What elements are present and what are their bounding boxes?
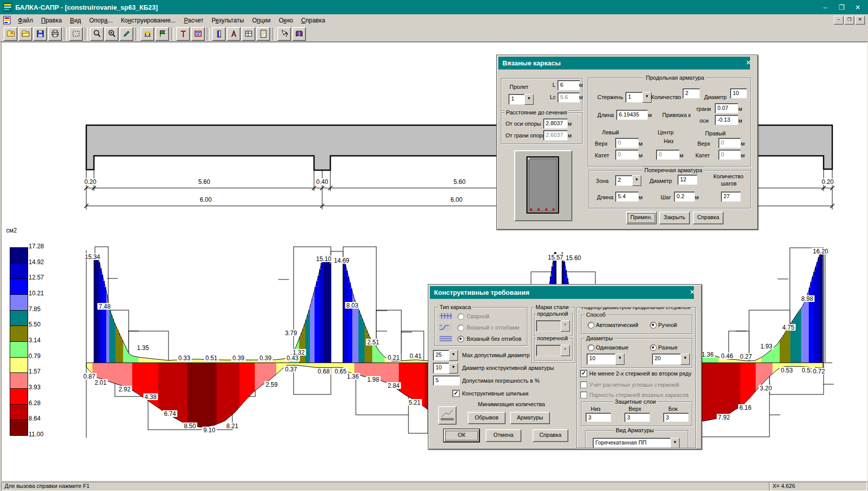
rebar-kind-dropdown-icon[interactable]: ▼ (670, 438, 680, 448)
L-field[interactable]: 6 (558, 80, 580, 90)
toolbar-section-view-button[interactable] (212, 27, 226, 41)
toolbar-help-pointer-button[interactable]: ? (277, 27, 291, 41)
max-diam-dropdown-icon[interactable]: ▼ (449, 350, 458, 361)
close-button[interactable]: ✕ (850, 1, 866, 13)
legend-boundary-label: 7.85 (29, 306, 40, 313)
straight-radio[interactable] (457, 336, 464, 342)
bottom-reinforcement-area (246, 363, 247, 400)
step-field[interactable]: 0.2 (674, 192, 695, 202)
menu-Конструирование[interactable]: Конструирование... (117, 15, 180, 26)
pins-checkbox[interactable]: ✓ (452, 390, 460, 397)
rebar-button[interactable]: Арматуры (510, 412, 550, 424)
bottom-reinforcement-area (218, 363, 220, 424)
toolbar-rebar-anchor-button[interactable] (176, 27, 190, 41)
toolbar-results-flag-button[interactable] (155, 27, 169, 41)
toolbar-open-report-button[interactable] (4, 27, 17, 41)
toolbar-section-a-button[interactable] (227, 27, 240, 41)
top-reinforcement-area (803, 305, 804, 363)
diam-min-select[interactable]: 10 (587, 354, 618, 365)
bottom-reinforcement-area (181, 363, 183, 422)
manual-radio[interactable] (650, 322, 657, 329)
cover-bottom-field[interactable]: 3 (586, 413, 611, 422)
center-field: 0 (656, 150, 680, 160)
maximize-button[interactable]: ❐ (833, 1, 850, 13)
toolbar-save-button[interactable] (33, 27, 47, 41)
sketch-icon-button[interactable] (438, 406, 456, 425)
steel-long-dropdown-icon: ▼ (561, 320, 570, 332)
top-reinforcement-area (252, 360, 253, 363)
close-dialog1-button[interactable]: Закрыть (659, 212, 690, 224)
toolbar-edit-pencil-button[interactable] (119, 27, 133, 41)
menu-Опции[interactable]: Опции (248, 15, 275, 26)
toolbar-notes-button[interactable] (256, 27, 270, 41)
toolbar-help-book-button[interactable] (292, 27, 306, 41)
reinforcement-value-label: 0.39 (259, 355, 272, 362)
menu-Файл[interactable]: Файл (14, 15, 37, 26)
top-reinforcement-area (134, 356, 135, 363)
menu-Вид[interactable]: Вид (66, 15, 85, 26)
rebar-kind-select[interactable]: Горячекатанная ПП (593, 438, 673, 448)
same-radio[interactable] (588, 344, 594, 351)
bottom-reinforcement-area (290, 363, 292, 365)
mdi-minimize-button[interactable]: – (834, 16, 843, 25)
toolbar-select-region-button[interactable] (69, 27, 83, 41)
mdi-restore-button[interactable]: ❐ (845, 16, 854, 25)
top-reinforcement-area (224, 360, 226, 363)
diam-max-select[interactable]: 20 (652, 354, 684, 365)
breaks-button[interactable]: Обрывов (468, 412, 505, 424)
tdiam-field[interactable]: 12 (678, 175, 697, 185)
help-dialog2-button[interactable]: Справка (533, 429, 568, 442)
edge-field[interactable]: 0.07 (715, 103, 738, 113)
dialog2-close-icon[interactable]: ✕ (687, 288, 697, 297)
corner-bars-checkbox (580, 381, 587, 388)
top-reinforcement-area (420, 360, 421, 363)
diam-min-dropdown-icon[interactable]: ▼ (615, 354, 624, 365)
ok-button[interactable]: ОК (444, 429, 479, 442)
diam-max-dropdown-icon[interactable]: ▼ (681, 354, 690, 365)
menu-Справка[interactable]: Справка (297, 15, 329, 26)
menu-Правка[interactable]: Правка (37, 15, 66, 26)
toolbar-print-button[interactable] (48, 27, 62, 41)
tolerance-field[interactable]: 5 (433, 376, 460, 386)
qty-field[interactable]: 2 (683, 88, 700, 99)
bottom-reinforcement-area (719, 363, 720, 418)
dimension-label: 0.20 (822, 178, 834, 185)
axis-distance-field[interactable]: 2.8037 (543, 119, 568, 129)
cover-label: Защитные слои (613, 398, 657, 406)
top-reinforcement-area (140, 358, 141, 363)
zone-dropdown-icon[interactable]: ▼ (632, 175, 641, 186)
mdi-close-button[interactable]: ✕ (855, 16, 865, 25)
toolbar-open-folder-button[interactable] (18, 27, 32, 41)
menu-Расчет[interactable]: Расчет (180, 15, 207, 26)
cancel-button[interactable]: Отмена (486, 429, 521, 442)
apply-button[interactable]: Примен. (626, 212, 657, 224)
cover-top-field[interactable]: 3 (624, 413, 650, 422)
reinforcement-value-label: 0.39 (232, 355, 245, 362)
bottom-reinforcement-area (704, 363, 705, 421)
minimize-button[interactable]: – (817, 1, 833, 13)
menu-Результаты[interactable]: Результаты (207, 15, 248, 26)
toolbar-frame-table-button[interactable] (242, 27, 255, 41)
menu-Опора[interactable]: Опора... (85, 15, 117, 26)
menu-Окно[interactable]: Окно (275, 15, 297, 26)
cover-side-field[interactable]: 3 (663, 413, 689, 422)
toolbar-beam-supports-button[interactable] (140, 27, 154, 41)
bottom-reinforcement-area (161, 363, 163, 410)
second-row-checkbox[interactable]: ✓ (580, 370, 587, 377)
steps-count-field[interactable]: 27 (721, 192, 741, 202)
constr-diam-dropdown-icon[interactable]: ▼ (449, 363, 458, 373)
different-radio[interactable] (650, 344, 657, 351)
toolbar-zoom-in-button[interactable] (105, 27, 118, 41)
top-reinforcement-area (346, 270, 348, 363)
span-dropdown-icon[interactable]: ▼ (524, 94, 534, 105)
tlen-field[interactable]: 5.4 (615, 192, 639, 202)
diam-field[interactable]: 10 (730, 88, 747, 99)
toolbar-zoom-view-button[interactable] (90, 27, 104, 41)
axis-bind-field[interactable]: -0.13 (715, 115, 738, 125)
dialog1-close-icon[interactable]: ✕ (743, 58, 754, 67)
toolbar-abacus-button[interactable] (191, 27, 205, 41)
bar-dropdown-icon[interactable]: ▼ (642, 92, 652, 103)
help-dialog1-button[interactable]: Справка (693, 212, 724, 224)
length-field[interactable]: 6.19435 (616, 110, 648, 120)
auto-radio[interactable] (588, 322, 594, 329)
